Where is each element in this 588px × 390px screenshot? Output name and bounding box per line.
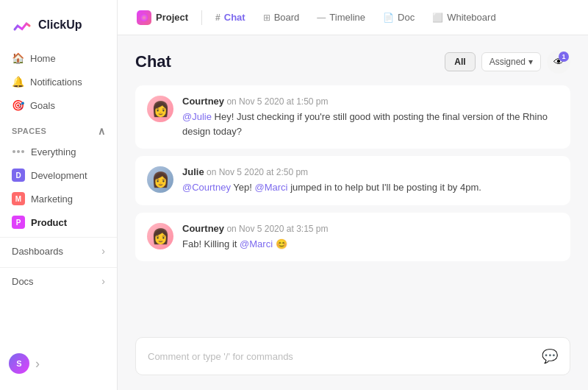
message-content: Julie on Nov 5 2020 at 2:50 pm @Courtney… xyxy=(182,166,559,195)
tab-label: Doc xyxy=(398,12,415,23)
messages-list: 👩 Courtney on Nov 5 2020 at 1:50 pm @Jul… xyxy=(135,85,570,330)
development-badge: D xyxy=(12,169,25,182)
hash-icon: # xyxy=(215,13,220,23)
avatar: 👩 xyxy=(147,223,173,249)
chevron-down-icon: ▾ xyxy=(528,57,533,67)
space-label: Marketing xyxy=(31,194,73,205)
tab-chat[interactable]: # Chat xyxy=(208,7,253,27)
sidebar-section-docs[interactable]: Docs › xyxy=(0,267,117,294)
home-icon: 🏠 xyxy=(12,52,24,64)
message-timestamp: on Nov 5 2020 at 2:50 pm xyxy=(207,167,308,177)
message-body: jumped in to help but I'll be posting it… xyxy=(290,182,481,193)
board-icon: ⊞ xyxy=(263,13,270,23)
everything-badge xyxy=(12,145,25,158)
tab-timeline[interactable]: — Timeline xyxy=(309,7,373,27)
mention: @Marci xyxy=(240,238,273,249)
avatar: S xyxy=(9,353,29,374)
app-name: ClickUp xyxy=(38,18,82,32)
message-timestamp: on Nov 5 2020 at 1:50 pm xyxy=(226,96,328,107)
table-row: 👩 Courtney on Nov 5 2020 at 1:50 pm @Jul… xyxy=(135,85,570,149)
tab-label: Timeline xyxy=(329,12,365,23)
sidebar-item-label: Goals xyxy=(30,100,55,111)
message-body: Hey! Just checking if you're still good … xyxy=(182,111,548,137)
spaces-label: Spaces xyxy=(12,127,46,135)
spaces-collapse-icon[interactable]: ∧ xyxy=(98,125,106,137)
notification-bell[interactable]: 👁 1 xyxy=(547,50,570,74)
section-label: Dashboards xyxy=(12,246,63,257)
message-author: Courtney xyxy=(182,223,224,234)
message-timestamp: on Nov 5 2020 at 3:15 pm xyxy=(226,224,328,234)
message-body: 😊 xyxy=(276,238,287,249)
sidebar-item-everything[interactable]: Everything xyxy=(6,140,111,163)
project-label: Project xyxy=(156,12,188,23)
main-content: Project # Chat ⊞ Board — Timeline 📄 Doc … xyxy=(118,0,588,390)
nav-divider xyxy=(201,10,202,25)
chevron-right-icon: › xyxy=(101,275,105,287)
whiteboard-icon: ⬜ xyxy=(432,13,443,23)
message-body: Yep! xyxy=(233,182,254,193)
user-area[interactable]: S › xyxy=(0,346,117,381)
tab-label: Whiteboard xyxy=(447,12,495,23)
message-text: @Julie Hey! Just checking if you're stil… xyxy=(182,110,559,138)
message-body: Fab! Killing it xyxy=(182,238,240,249)
tab-label: Board xyxy=(274,12,300,23)
space-label: Product xyxy=(31,217,67,228)
chevron-right-icon: › xyxy=(101,245,105,257)
sidebar-item-label: Home xyxy=(30,53,56,64)
avatar: 👩 xyxy=(147,96,173,122)
message-meta: Courtney on Nov 5 2020 at 3:15 pm xyxy=(182,223,559,234)
table-row: 👩 Julie on Nov 5 2020 at 2:50 pm @Courtn… xyxy=(135,156,570,205)
sidebar: ClickUp 🏠 Home 🔔 Notifications 🎯 Goals S… xyxy=(0,0,118,390)
tab-label: Chat xyxy=(224,12,245,23)
message-content: Courtney on Nov 5 2020 at 3:15 pm Fab! K… xyxy=(182,223,559,252)
space-label: Development xyxy=(31,170,87,181)
sidebar-item-goals[interactable]: 🎯 Goals xyxy=(6,94,111,116)
sidebar-section-dashboards[interactable]: Dashboards › xyxy=(0,237,117,264)
bell-icon: 🔔 xyxy=(12,76,24,88)
bell-badge: 1 xyxy=(559,52,569,62)
chat-header: Chat All Assigned ▾ 👁 1 xyxy=(135,50,570,74)
user-chevron: › xyxy=(35,356,40,372)
mention: @Julie xyxy=(182,111,212,122)
sidebar-item-development[interactable]: D Development xyxy=(6,163,111,187)
tab-board[interactable]: ⊞ Board xyxy=(256,7,307,27)
sidebar-item-home[interactable]: 🏠 Home xyxy=(6,47,111,69)
sidebar-item-marketing[interactable]: M Marketing xyxy=(6,187,111,210)
timeline-icon: — xyxy=(317,13,326,23)
sidebar-item-notifications[interactable]: 🔔 Notifications xyxy=(6,71,111,93)
comment-placeholder: Comment or type '/' for commands xyxy=(148,351,293,362)
filter-assigned-dropdown[interactable]: Assigned ▾ xyxy=(481,52,541,71)
filter-all-button[interactable]: All xyxy=(445,52,475,71)
mention: @Courtney xyxy=(182,182,231,193)
message-text: @Courtney Yep! @Marci jumped in to help … xyxy=(182,180,559,195)
spaces-header: Spaces ∧ xyxy=(0,116,117,140)
marketing-badge: M xyxy=(12,192,25,205)
tab-whiteboard[interactable]: ⬜ Whiteboard xyxy=(425,7,503,27)
product-badge: P xyxy=(12,216,25,229)
project-icon xyxy=(137,10,151,25)
doc-icon: 📄 xyxy=(383,13,394,23)
clickup-logo-icon xyxy=(12,15,32,35)
chat-filters: All Assigned ▾ 👁 1 xyxy=(445,50,570,74)
message-meta: Julie on Nov 5 2020 at 2:50 pm xyxy=(182,166,559,177)
sidebar-item-product[interactable]: P Product xyxy=(6,210,111,234)
section-label: Docs xyxy=(12,276,34,287)
logo-area[interactable]: ClickUp xyxy=(0,9,117,47)
message-meta: Courtney on Nov 5 2020 at 1:50 pm xyxy=(182,96,559,107)
message-content: Courtney on Nov 5 2020 at 1:50 pm @Julie… xyxy=(182,96,559,138)
table-row: 👩 Courtney on Nov 5 2020 at 3:15 pm Fab!… xyxy=(135,213,570,262)
tab-doc[interactable]: 📄 Doc xyxy=(376,7,422,27)
assigned-label: Assigned xyxy=(490,57,526,67)
send-icon[interactable]: 💬 xyxy=(542,348,558,364)
chat-area: Chat All Assigned ▾ 👁 1 👩 xyxy=(118,35,588,390)
sidebar-item-label: Notifications xyxy=(30,77,82,88)
goals-icon: 🎯 xyxy=(12,99,24,111)
comment-input-area[interactable]: Comment or type '/' for commands 💬 xyxy=(135,337,570,375)
project-tab[interactable]: Project xyxy=(129,6,196,29)
message-author: Courtney xyxy=(182,96,224,107)
page-title: Chat xyxy=(135,52,171,71)
avatar: 👩 xyxy=(147,166,173,193)
message-author: Julie xyxy=(182,166,204,177)
space-label: Everything xyxy=(31,146,76,157)
top-nav: Project # Chat ⊞ Board — Timeline 📄 Doc … xyxy=(118,0,588,35)
